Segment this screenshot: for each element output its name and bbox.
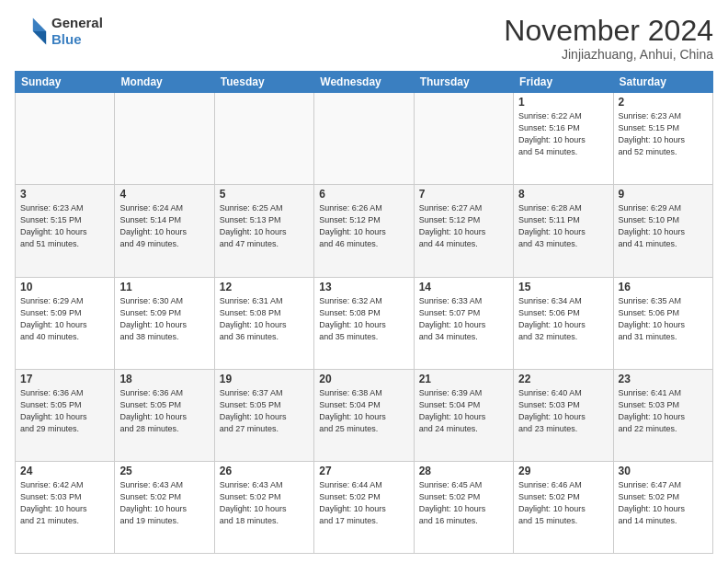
calendar-day-30: 30Sunrise: 6:47 AM Sunset: 5:02 PM Dayli… — [613, 461, 712, 553]
empty-cell — [414, 93, 513, 185]
day-number: 15 — [518, 281, 608, 293]
calendar-day-19: 19Sunrise: 6:37 AM Sunset: 5:05 PM Dayli… — [214, 369, 313, 461]
day-info: Sunrise: 6:31 AM Sunset: 5:08 PM Dayligh… — [220, 295, 309, 343]
empty-cell — [214, 93, 313, 185]
calendar-day-17: 17Sunrise: 6:36 AM Sunset: 5:05 PM Dayli… — [16, 369, 115, 461]
day-number: 26 — [220, 465, 309, 477]
empty-cell — [314, 93, 414, 185]
day-number: 22 — [518, 373, 608, 385]
calendar-day-7: 7Sunrise: 6:27 AM Sunset: 5:12 PM Daylig… — [414, 185, 513, 277]
day-number: 27 — [319, 465, 408, 477]
calendar-day-21: 21Sunrise: 6:39 AM Sunset: 5:04 PM Dayli… — [414, 369, 513, 461]
title-block: November 2024 Jinjiazhuang, Anhui, China — [504, 15, 713, 62]
day-info: Sunrise: 6:43 AM Sunset: 5:02 PM Dayligh… — [220, 479, 309, 527]
header: General Blue November 2024 Jinjiazhuang,… — [15, 15, 713, 62]
weekday-header-saturday: Saturday — [613, 72, 712, 93]
day-number: 3 — [20, 188, 109, 201]
day-info: Sunrise: 6:22 AM Sunset: 5:16 PM Dayligh… — [518, 110, 608, 158]
day-number: 4 — [119, 188, 209, 201]
day-number: 28 — [419, 465, 508, 477]
day-number: 11 — [119, 281, 209, 293]
day-number: 6 — [319, 188, 408, 201]
day-info: Sunrise: 6:30 AM Sunset: 5:09 PM Dayligh… — [119, 295, 209, 343]
calendar-day-16: 16Sunrise: 6:35 AM Sunset: 5:06 PM Dayli… — [613, 277, 712, 369]
day-info: Sunrise: 6:23 AM Sunset: 5:15 PM Dayligh… — [20, 202, 109, 250]
calendar-day-14: 14Sunrise: 6:33 AM Sunset: 5:07 PM Dayli… — [414, 277, 513, 369]
day-info: Sunrise: 6:41 AM Sunset: 5:03 PM Dayligh… — [619, 387, 708, 435]
logo-icon — [15, 15, 48, 48]
calendar-day-1: 1Sunrise: 6:22 AM Sunset: 5:16 PM Daylig… — [514, 93, 613, 185]
calendar-day-29: 29Sunrise: 6:46 AM Sunset: 5:02 PM Dayli… — [514, 461, 613, 553]
day-info: Sunrise: 6:43 AM Sunset: 5:02 PM Dayligh… — [119, 479, 209, 527]
day-info: Sunrise: 6:23 AM Sunset: 5:15 PM Dayligh… — [619, 110, 708, 158]
day-info: Sunrise: 6:36 AM Sunset: 5:05 PM Dayligh… — [119, 387, 209, 435]
day-info: Sunrise: 6:33 AM Sunset: 5:07 PM Dayligh… — [419, 295, 508, 343]
day-number: 19 — [220, 373, 309, 385]
day-info: Sunrise: 6:46 AM Sunset: 5:02 PM Dayligh… — [518, 479, 608, 527]
location: Jinjiazhuang, Anhui, China — [504, 47, 713, 62]
weekday-header-friday: Friday — [514, 72, 613, 93]
calendar-day-15: 15Sunrise: 6:34 AM Sunset: 5:06 PM Dayli… — [514, 277, 613, 369]
weekday-header-tuesday: Tuesday — [214, 72, 313, 93]
calendar-day-4: 4Sunrise: 6:24 AM Sunset: 5:14 PM Daylig… — [115, 185, 214, 277]
day-info: Sunrise: 6:39 AM Sunset: 5:04 PM Dayligh… — [419, 387, 508, 435]
weekday-header-monday: Monday — [115, 72, 214, 93]
calendar-day-11: 11Sunrise: 6:30 AM Sunset: 5:09 PM Dayli… — [115, 277, 214, 369]
calendar-day-6: 6Sunrise: 6:26 AM Sunset: 5:12 PM Daylig… — [314, 185, 414, 277]
day-number: 21 — [419, 373, 508, 385]
day-info: Sunrise: 6:40 AM Sunset: 5:03 PM Dayligh… — [518, 387, 608, 435]
day-info: Sunrise: 6:27 AM Sunset: 5:12 PM Dayligh… — [419, 202, 508, 250]
day-number: 17 — [20, 373, 109, 385]
day-info: Sunrise: 6:47 AM Sunset: 5:02 PM Dayligh… — [619, 479, 708, 527]
day-number: 24 — [20, 465, 109, 477]
calendar-day-3: 3Sunrise: 6:23 AM Sunset: 5:15 PM Daylig… — [16, 185, 115, 277]
day-number: 14 — [419, 281, 508, 293]
calendar-day-13: 13Sunrise: 6:32 AM Sunset: 5:08 PM Dayli… — [314, 277, 414, 369]
weekday-header-row: SundayMondayTuesdayWednesdayThursdayFrid… — [16, 72, 713, 93]
day-number: 8 — [518, 188, 608, 201]
week-row-4: 17Sunrise: 6:36 AM Sunset: 5:05 PM Dayli… — [16, 369, 713, 461]
calendar-day-5: 5Sunrise: 6:25 AM Sunset: 5:13 PM Daylig… — [214, 185, 313, 277]
day-info: Sunrise: 6:36 AM Sunset: 5:05 PM Dayligh… — [20, 387, 109, 435]
day-number: 2 — [619, 96, 708, 109]
svg-marker-1 — [33, 31, 46, 44]
day-info: Sunrise: 6:28 AM Sunset: 5:11 PM Dayligh… — [518, 202, 608, 250]
calendar-day-26: 26Sunrise: 6:43 AM Sunset: 5:02 PM Dayli… — [214, 461, 313, 553]
day-number: 1 — [518, 96, 608, 109]
calendar-day-23: 23Sunrise: 6:41 AM Sunset: 5:03 PM Dayli… — [613, 369, 712, 461]
day-info: Sunrise: 6:32 AM Sunset: 5:08 PM Dayligh… — [319, 295, 408, 343]
calendar-table: SundayMondayTuesdayWednesdayThursdayFrid… — [15, 71, 713, 554]
logo-text: General Blue — [51, 15, 103, 48]
day-number: 25 — [119, 465, 209, 477]
day-info: Sunrise: 6:29 AM Sunset: 5:10 PM Dayligh… — [619, 202, 708, 250]
day-number: 7 — [419, 188, 508, 201]
day-info: Sunrise: 6:35 AM Sunset: 5:06 PM Dayligh… — [619, 295, 708, 343]
weekday-header-wednesday: Wednesday — [314, 72, 414, 93]
calendar-day-2: 2Sunrise: 6:23 AM Sunset: 5:15 PM Daylig… — [613, 93, 712, 185]
day-number: 9 — [619, 188, 708, 201]
day-info: Sunrise: 6:38 AM Sunset: 5:04 PM Dayligh… — [319, 387, 408, 435]
calendar-day-18: 18Sunrise: 6:36 AM Sunset: 5:05 PM Dayli… — [115, 369, 214, 461]
day-info: Sunrise: 6:45 AM Sunset: 5:02 PM Dayligh… — [419, 479, 508, 527]
month-title: November 2024 — [504, 15, 713, 47]
day-number: 30 — [619, 465, 708, 477]
week-row-5: 24Sunrise: 6:42 AM Sunset: 5:03 PM Dayli… — [16, 461, 713, 553]
day-number: 5 — [220, 188, 309, 201]
svg-marker-0 — [33, 18, 46, 31]
empty-cell — [115, 93, 214, 185]
calendar-day-25: 25Sunrise: 6:43 AM Sunset: 5:02 PM Dayli… — [115, 461, 214, 553]
week-row-3: 10Sunrise: 6:29 AM Sunset: 5:09 PM Dayli… — [16, 277, 713, 369]
page: General Blue November 2024 Jinjiazhuang,… — [0, 0, 728, 563]
empty-cell — [16, 93, 115, 185]
calendar-day-20: 20Sunrise: 6:38 AM Sunset: 5:04 PM Dayli… — [314, 369, 414, 461]
day-number: 23 — [619, 373, 708, 385]
day-number: 13 — [319, 281, 408, 293]
day-number: 29 — [518, 465, 608, 477]
day-info: Sunrise: 6:24 AM Sunset: 5:14 PM Dayligh… — [119, 202, 209, 250]
day-number: 18 — [119, 373, 209, 385]
day-info: Sunrise: 6:44 AM Sunset: 5:02 PM Dayligh… — [319, 479, 408, 527]
calendar-day-9: 9Sunrise: 6:29 AM Sunset: 5:10 PM Daylig… — [613, 185, 712, 277]
logo: General Blue — [15, 15, 103, 48]
day-info: Sunrise: 6:29 AM Sunset: 5:09 PM Dayligh… — [20, 295, 109, 343]
day-info: Sunrise: 6:42 AM Sunset: 5:03 PM Dayligh… — [20, 479, 109, 527]
